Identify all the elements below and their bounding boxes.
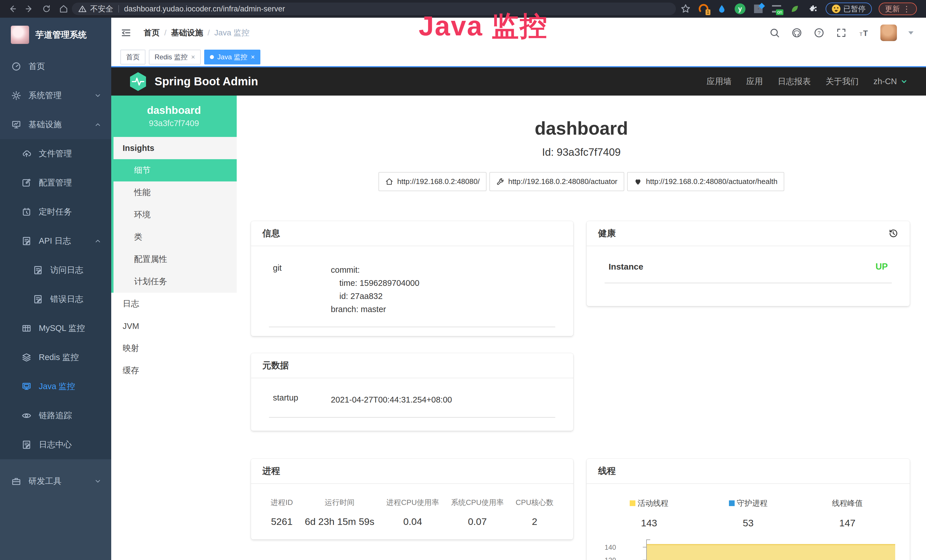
- legend-blue-swatch: [729, 500, 735, 506]
- sba-instance-block[interactable]: dashboard 93a3fc7f7409: [111, 95, 237, 137]
- extension-orange-icon[interactable]: 1: [698, 3, 709, 15]
- sba-insights-section: Insights 细节 性能 环境 类 配置属性 计划任务: [111, 137, 237, 293]
- sidebar-item-scheduled-jobs[interactable]: 定时任务: [0, 197, 111, 227]
- extension-on-icon[interactable]: on: [771, 3, 782, 15]
- sidebar-item-access-logs[interactable]: 访问日志: [0, 256, 111, 285]
- health-instance-label: Instance: [608, 262, 643, 272]
- bookmark-star-icon[interactable]: [680, 3, 691, 14]
- sidebar-item-dev-tools[interactable]: 研发工具: [0, 467, 111, 496]
- user-avatar[interactable]: [881, 24, 897, 41]
- sba-item-environment[interactable]: 环境: [113, 204, 237, 226]
- process-pid: 进程ID 5261: [271, 498, 293, 527]
- actuator-url: http://192.168.0.2:48080/actuator: [508, 177, 617, 186]
- emoji-face-icon: [832, 5, 840, 13]
- sidebar-item-java-monitor[interactable]: Java 监控: [0, 372, 111, 401]
- sba-nav-applications[interactable]: 应用: [746, 76, 763, 87]
- instance-id-line: Id: 93a3fc7f7409: [237, 146, 926, 158]
- app-title: 芋道管理系统: [35, 29, 87, 41]
- sidebar-item-redis-monitor[interactable]: Redis 监控: [0, 343, 111, 372]
- browser-update-button[interactable]: 更新 ⋮: [879, 3, 917, 15]
- sba-nav-journal[interactable]: 日志报表: [778, 76, 811, 87]
- sidebar-item-label: 文件管理: [39, 148, 72, 159]
- log-edit-icon: [22, 440, 31, 450]
- legend-daemon-threads: 守护进程 53: [699, 498, 798, 529]
- tab-redis-monitor[interactable]: Redis 监控 ×: [149, 50, 201, 65]
- sidebar-item-file-mgmt[interactable]: 文件管理: [0, 139, 111, 168]
- threads-area-chart: 140 120 100: [599, 541, 897, 560]
- extension-grid-icon[interactable]: [753, 3, 764, 15]
- sidebar-item-mysql-monitor[interactable]: MySQL 监控: [0, 314, 111, 343]
- svg-text:T: T: [863, 29, 868, 38]
- forward-icon[interactable]: [24, 4, 34, 14]
- home-icon: [385, 178, 393, 186]
- home-icon[interactable]: [59, 4, 68, 14]
- extension-drop-icon[interactable]: [716, 3, 728, 15]
- sba-item-caches[interactable]: 缓存: [111, 359, 237, 382]
- sidebar-item-infrastructure[interactable]: 基础设施: [0, 110, 111, 139]
- history-icon[interactable]: [888, 228, 898, 239]
- tab-home[interactable]: 首页: [120, 50, 145, 65]
- hamburger-icon[interactable]: [120, 27, 132, 38]
- sidebar-item-log-center[interactable]: 日志中心: [0, 430, 111, 459]
- sba-item-logs[interactable]: 日志: [111, 293, 237, 315]
- sba-locale-select[interactable]: zh-CN: [873, 77, 908, 86]
- sidebar-item-error-logs[interactable]: 错误日志: [0, 285, 111, 314]
- warning-icon: [78, 5, 87, 13]
- fullscreen-icon[interactable]: [836, 27, 847, 38]
- sba-item-metrics[interactable]: 性能: [113, 182, 237, 204]
- sidebar-item-system-mgmt[interactable]: 系统管理: [0, 81, 111, 110]
- health-url-chip[interactable]: http://192.168.0.2:48080/actuator/health: [627, 172, 784, 191]
- sba-item-scheduled-tasks[interactable]: 计划任务: [113, 271, 237, 293]
- chevron-up-icon: [94, 121, 101, 129]
- actuator-url-chip[interactable]: http://192.168.0.2:48080/actuator: [489, 172, 624, 191]
- process-cpu-usage: 进程CPU使用率 0.04: [386, 498, 439, 527]
- breadcrumb-home[interactable]: 首页: [144, 27, 160, 38]
- tab-close-icon[interactable]: ×: [191, 53, 195, 61]
- profile-paused-chip[interactable]: 已暂停: [826, 3, 872, 15]
- sidebar-item-label: 研发工具: [29, 475, 62, 487]
- sba-item-details[interactable]: 细节: [113, 159, 237, 182]
- github-icon[interactable]: [791, 27, 802, 38]
- sidebar-item-tracing[interactable]: 链路追踪: [0, 401, 111, 430]
- annotation-java-monitor: Java 监控: [419, 8, 548, 45]
- search-icon[interactable]: [769, 27, 780, 38]
- gear-icon: [11, 91, 21, 100]
- sba-nav-wallboard[interactable]: 应用墙: [707, 76, 731, 87]
- help-icon[interactable]: ?: [814, 27, 825, 38]
- tab-close-icon[interactable]: ×: [251, 53, 255, 61]
- sba-item-classes[interactable]: 类: [113, 226, 237, 248]
- spring-boot-admin-logo-icon: [129, 72, 147, 92]
- extension-puzzle-icon[interactable]: [807, 3, 819, 15]
- sba-nav-about[interactable]: 关于我们: [826, 76, 859, 87]
- sidebar-item-home[interactable]: 首页: [0, 52, 111, 81]
- y-tick-140: 140: [593, 543, 616, 551]
- instance-url-chip[interactable]: http://192.168.0.2:48080/: [378, 172, 487, 191]
- app-logo-image: [11, 26, 29, 44]
- y-axis-cap: [646, 539, 650, 540]
- kebab-menu-icon[interactable]: ⋮: [903, 4, 911, 14]
- sba-sidebar: dashboard 93a3fc7f7409 Insights 细节 性能 环境…: [111, 95, 237, 560]
- sidebar-item-config-mgmt[interactable]: 配置管理: [0, 168, 111, 197]
- sba-item-jvm[interactable]: JVM: [111, 315, 237, 337]
- sidebar-item-api-logs[interactable]: API 日志: [0, 227, 111, 256]
- card-title: 元数据: [262, 359, 289, 371]
- info-key-git: git: [264, 263, 331, 316]
- sba-item-config-props[interactable]: 配置属性: [113, 248, 237, 271]
- address-bar[interactable]: 不安全 dashboard.yudao.iocoder.cn/infra/adm…: [72, 3, 676, 15]
- instance-title: dashboard: [237, 118, 926, 139]
- breadcrumb-infrastructure[interactable]: 基础设施: [171, 27, 203, 38]
- extension-on-badge: on: [776, 9, 784, 15]
- breadcrumb-separator: /: [164, 28, 166, 37]
- sba-item-mappings[interactable]: 映射: [111, 337, 237, 359]
- reload-icon[interactable]: [42, 4, 51, 14]
- back-icon[interactable]: [8, 4, 17, 14]
- live-threads-area: [647, 544, 895, 560]
- card-title: 线程: [598, 465, 616, 477]
- sidebar-item-label: 访问日志: [50, 265, 83, 276]
- extension-green-y-icon[interactable]: y: [734, 3, 746, 15]
- extension-leaf-icon[interactable]: [789, 3, 800, 15]
- caret-down-icon[interactable]: [908, 31, 914, 35]
- row-divider: [269, 327, 555, 327]
- tab-java-monitor[interactable]: Java 监控 ×: [204, 50, 260, 65]
- font-size-icon[interactable]: TT: [858, 27, 869, 38]
